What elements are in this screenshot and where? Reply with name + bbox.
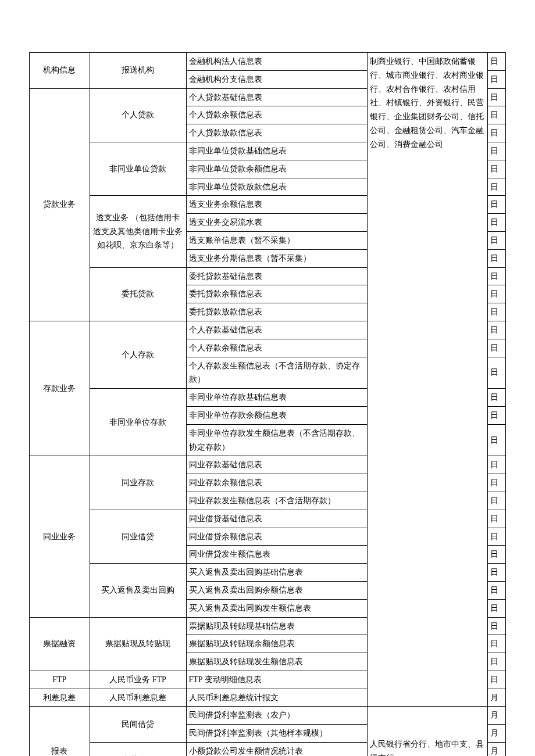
item-cell: 个人贷款基础信息表 — [186, 88, 367, 106]
category-cell: 存款业务 — [30, 321, 90, 456]
item-cell: 票据贴现及转贴现发生额信息表 — [186, 653, 367, 671]
item-cell: 人民币利差息差统计报文 — [186, 689, 367, 707]
subcategory-cell: 非同业单位贷款 — [90, 142, 186, 195]
frequency-cell: 日 — [487, 196, 505, 214]
item-cell: 委托贷款余额信息表 — [186, 285, 367, 303]
item-cell: 同业借贷余额信息表 — [186, 528, 367, 546]
frequency-cell: 日 — [487, 249, 505, 267]
item-cell: 非同业单位贷款余额信息表 — [186, 160, 367, 178]
frequency-cell: 日 — [487, 88, 505, 106]
frequency-cell: 日 — [487, 53, 505, 71]
frequency-cell: 日 — [487, 671, 505, 689]
subcategory-cell: 透支业务 （包括信用卡透支及其他类信用卡业务如花呗、京东白条等） — [90, 196, 186, 267]
frequency-cell: 日 — [487, 339, 505, 357]
item-cell: 非同业单位存款基础信息表 — [186, 389, 367, 407]
subcategory-cell: 票据贴现及转贴现 — [90, 617, 186, 671]
frequency-cell: 日 — [487, 424, 505, 456]
frequency-cell: 日 — [487, 389, 505, 407]
item-cell: 金融机构法人信息表 — [186, 53, 367, 71]
item-cell: 非同业单位存款发生额信息表（不含活期存款、协定存款） — [186, 424, 367, 456]
frequency-cell: 日 — [487, 456, 505, 474]
frequency-cell: 日 — [487, 321, 505, 339]
category-cell: 同业业务 — [30, 456, 90, 617]
item-cell: 委托贷款基础信息表 — [186, 267, 367, 285]
frequency-cell: 日 — [487, 564, 505, 582]
frequency-cell: 日 — [487, 70, 505, 88]
subcategory-cell: 个人贷款 — [90, 88, 186, 142]
frequency-cell: 日 — [487, 528, 505, 546]
item-cell: 同业借贷基础信息表 — [186, 510, 367, 528]
subcategory-cell: 小贷公司 — [90, 743, 186, 756]
frequency-cell: 日 — [487, 160, 505, 178]
frequency-cell: 日 — [487, 474, 505, 492]
item-cell: 个人存款余额信息表 — [186, 339, 367, 357]
item-cell: 小额贷款公司发生额情况统计表 — [186, 743, 367, 756]
item-cell: 个人贷款余额信息表 — [186, 106, 367, 124]
category-cell: 报表 — [30, 707, 90, 756]
item-cell: FTP 变动明细信息表 — [186, 671, 367, 689]
frequency-cell: 日 — [487, 106, 505, 124]
frequency-cell: 日 — [487, 231, 505, 249]
frequency-cell: 日 — [487, 617, 505, 635]
item-cell: 透支业务交易流水表 — [186, 214, 367, 232]
subcategory-cell: 非同业单位存款 — [90, 389, 186, 456]
item-cell: 同业存款余额信息表 — [186, 474, 367, 492]
subcategory-cell: 同业存款 — [90, 456, 186, 510]
item-cell: 同业存款基础信息表 — [186, 456, 367, 474]
frequency-cell: 月 — [487, 689, 505, 707]
subcategory-cell: 人民币业务 FTP — [90, 671, 186, 689]
item-cell: 非同业单位存款余额信息表 — [186, 406, 367, 424]
category-cell: FTP — [30, 671, 90, 689]
frequency-cell: 月 — [487, 743, 505, 756]
item-cell: 票据贴现及转贴现余额信息表 — [186, 635, 367, 653]
frequency-cell: 月 — [487, 707, 505, 725]
item-cell: 透支业务分期信息表（暂不采集） — [186, 249, 367, 267]
item-cell: 个人贷款放款信息表 — [186, 124, 367, 142]
subcategory-cell: 委托贷款 — [90, 267, 186, 321]
item-cell: 金融机构分支信息表 — [186, 70, 367, 88]
table-row: 报表民间借贷民间借贷利率监测表（农户）人民银行省分行、地市中支、县级支行月 — [30, 707, 506, 725]
item-cell: 民间借贷利率监测表（农户） — [186, 707, 367, 725]
item-cell: 非同业单位贷款基础信息表 — [186, 142, 367, 160]
data-table: 机构信息报送机构金融机构法人信息表制商业银行、中国邮政储蓄银行、城市商业银行、农… — [29, 52, 506, 756]
item-cell: 买入返售及卖出同购发生额信息表 — [186, 599, 367, 617]
frequency-cell: 日 — [487, 546, 505, 564]
subcategory-cell: 人民币利差息差 — [90, 689, 186, 707]
frequency-cell: 日 — [487, 581, 505, 599]
table-row: 机构信息报送机构金融机构法人信息表制商业银行、中国邮政储蓄银行、城市商业银行、农… — [30, 53, 506, 71]
frequency-cell: 日 — [487, 357, 505, 389]
frequency-cell: 日 — [487, 178, 505, 196]
category-cell: 票据融资 — [30, 617, 90, 671]
category-cell: 贷款业务 — [30, 88, 90, 321]
subcategory-cell: 民间借贷 — [90, 707, 186, 743]
category-cell: 机构信息 — [30, 53, 90, 89]
frequency-cell: 日 — [487, 285, 505, 303]
item-cell: 个人存款发生额信息表（不含活期存款、协定存款） — [186, 357, 367, 389]
item-cell: 民间借贷利率监测表（其他样本规模） — [186, 725, 367, 743]
frequency-cell: 日 — [487, 267, 505, 285]
category-cell: 利差息差 — [30, 689, 90, 707]
item-cell: 个人存款基础信息表 — [186, 321, 367, 339]
frequency-cell: 日 — [487, 124, 505, 142]
frequency-cell: 日 — [487, 214, 505, 232]
item-cell: 票据贴现及转贴现基础信息表 — [186, 617, 367, 635]
frequency-cell: 日 — [487, 406, 505, 424]
subcategory-cell: 报送机构 — [90, 53, 186, 89]
frequency-cell: 日 — [487, 303, 505, 321]
item-cell: 同业借贷发生额信息表 — [186, 546, 367, 564]
subcategory-cell: 同业借贷 — [90, 510, 186, 563]
institution-cell: 制商业银行、中国邮政储蓄银行、城市商业银行、农村商业银行、农村合作银行、农村信用… — [367, 53, 487, 707]
frequency-cell: 日 — [487, 492, 505, 510]
subcategory-cell: 买入返售及卖出回购 — [90, 564, 186, 617]
item-cell: 委托贷款放款信息表 — [186, 303, 367, 321]
institution-cell: 人民银行省分行、地市中支、县级支行 — [367, 707, 487, 756]
frequency-cell: 日 — [487, 142, 505, 160]
item-cell: 非同业单位贷款放款信息表 — [186, 178, 367, 196]
frequency-cell: 月 — [487, 725, 505, 743]
frequency-cell: 日 — [487, 635, 505, 653]
item-cell: 同业存款发生额信息表（不含活期存款） — [186, 492, 367, 510]
item-cell: 买入返售及卖出回购基础信息表 — [186, 564, 367, 582]
frequency-cell: 日 — [487, 653, 505, 671]
item-cell: 透支账单信息表（暂不采集） — [186, 231, 367, 249]
frequency-cell: 日 — [487, 599, 505, 617]
